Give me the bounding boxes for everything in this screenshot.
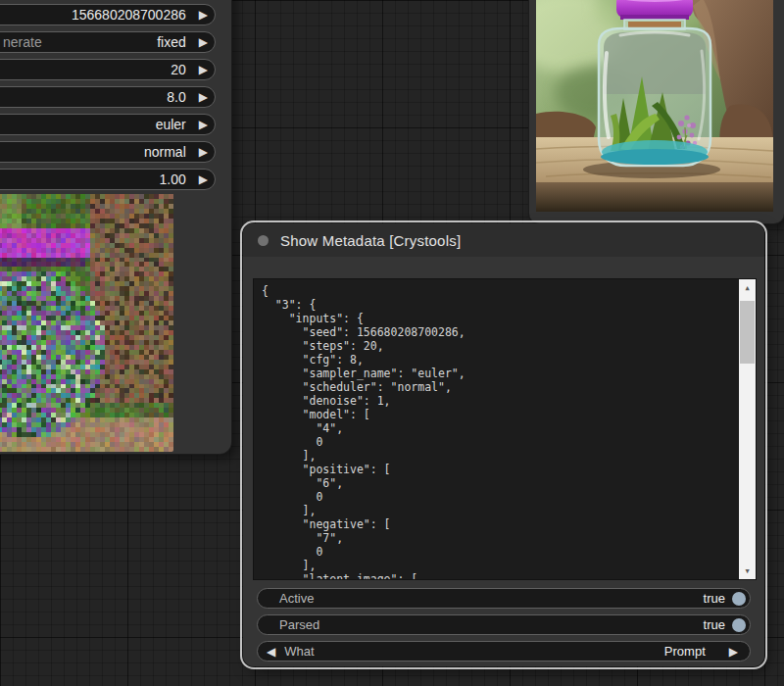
- scheduler-widget-value: normal: [144, 144, 186, 160]
- scrollbar[interactable]: ▲ ▼: [739, 279, 756, 579]
- cfg-widget[interactable]: 8.0 ▶: [0, 86, 216, 108]
- parsed-toggle-value: true: [704, 617, 725, 632]
- scroll-up-icon[interactable]: ▲: [739, 279, 756, 296]
- show-metadata-node-header[interactable]: Show Metadata [Crystools]: [243, 223, 764, 257]
- active-toggle-label: Active: [279, 591, 314, 606]
- seed-widget-value: 156680208700286: [72, 7, 186, 23]
- parsed-toggle-dot[interactable]: [732, 618, 746, 632]
- sampler-name-widget-value: euler: [156, 117, 186, 132]
- what-selector-label: What: [284, 644, 314, 659]
- control-after-generate-widget[interactable]: nerate fixed ▶: [0, 31, 216, 53]
- arrow-right-icon[interactable]: ▶: [199, 146, 208, 158]
- active-toggle-value: true: [704, 591, 725, 606]
- collapse-dot-icon[interactable]: [258, 235, 269, 246]
- arrow-right-icon[interactable]: ▶: [199, 91, 208, 103]
- active-toggle[interactable]: Active true: [257, 588, 751, 609]
- metadata-json-output[interactable]: { "3": { "inputs": { "seed": 15668020870…: [253, 278, 757, 580]
- what-selector-value: Prompt: [664, 644, 706, 659]
- denoise-widget-value: 1.00: [160, 172, 186, 187]
- parsed-toggle[interactable]: Parsed true: [257, 614, 751, 635]
- jar-photo-svg: [536, 0, 773, 212]
- node-title: Show Metadata [Crystools]: [280, 232, 461, 249]
- show-metadata-node[interactable]: Show Metadata [Crystools] { "3": { "inpu…: [243, 223, 764, 666]
- latent-preview-image: [0, 194, 173, 452]
- jar-photo-image: [536, 0, 773, 212]
- arrow-right-icon[interactable]: ▶: [199, 173, 208, 185]
- cfg-widget-value: 8.0: [167, 89, 185, 105]
- arrow-right-icon[interactable]: ▶: [199, 64, 208, 75]
- scrollbar-thumb[interactable]: [740, 301, 755, 364]
- what-selector[interactable]: ◀ What Prompt ▶: [257, 641, 751, 662]
- arrow-right-icon[interactable]: ▶: [199, 9, 208, 21]
- active-toggle-dot[interactable]: [732, 592, 746, 606]
- scroll-down-icon[interactable]: ▼: [739, 563, 756, 579]
- seed-widget[interactable]: 156680208700286 ▶: [0, 4, 216, 25]
- arrow-left-icon[interactable]: ◀: [267, 646, 275, 658]
- arrow-right-icon[interactable]: ▶: [199, 119, 208, 130]
- steps-widget[interactable]: 20 ▶: [0, 59, 216, 80]
- control-after-generate-value: fixed: [157, 34, 186, 50]
- scheduler-widget[interactable]: normal ▶: [0, 141, 216, 163]
- parsed-toggle-label: Parsed: [279, 617, 319, 632]
- metadata-json-text[interactable]: { "3": { "inputs": { "seed": 15668020870…: [254, 279, 739, 579]
- comfyui-canvas[interactable]: { "icons": { "arrow_right": "▶", "arrow_…: [0, 0, 784, 686]
- denoise-widget[interactable]: 1.00 ▶: [0, 169, 216, 190]
- steps-widget-value: 20: [171, 62, 186, 77]
- control-after-generate-label: nerate: [3, 34, 42, 50]
- sampler-name-widget[interactable]: euler ▶: [0, 114, 216, 135]
- arrow-right-icon[interactable]: ▶: [199, 36, 208, 48]
- arrow-right-icon[interactable]: ▶: [729, 646, 738, 658]
